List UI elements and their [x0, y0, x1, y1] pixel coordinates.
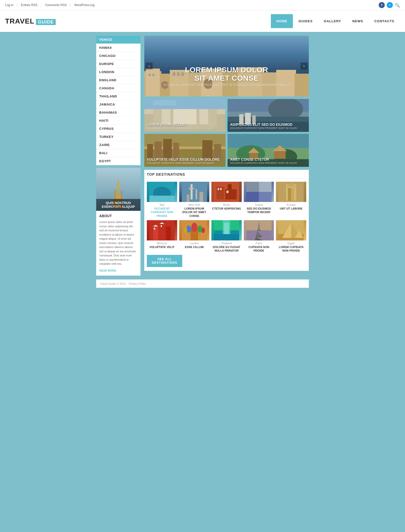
twitter-icon[interactable]: t	[387, 2, 393, 8]
grid-2x2: LOREM IPSUM DOLOR OCCAECAT CUPIDATAT NON…	[144, 99, 309, 167]
dest-city-paris: Paris	[244, 242, 274, 245]
svg-marker-0	[116, 177, 120, 189]
svg-rect-90	[153, 225, 158, 240]
logo-travel: TRAVEL	[5, 17, 34, 25]
dest-img-berlin	[211, 182, 242, 202]
privacy-link[interactable]: Privacy Policy	[129, 282, 146, 285]
login-link[interactable]: Log in	[5, 3, 13, 7]
sidebar-promo: QUIS NOSTRUD EXERCITATI ALIQUIP ABOUT Lo…	[96, 168, 140, 276]
sidebar-item-egypt[interactable]: EGYPT	[96, 157, 140, 165]
nav-home[interactable]: HOME	[271, 14, 293, 28]
svg-rect-68	[190, 184, 192, 199]
svg-rect-70	[195, 189, 197, 199]
sidebar-item-bahamas[interactable]: BAHAMAS	[96, 109, 140, 117]
grid-item-title-0: LOREM IPSUM DOLOR	[147, 122, 214, 127]
dest-city-newyork: New York	[179, 203, 210, 206]
dest-title-bali: OCCAECAT CUPIDATAT NON PROIDE	[147, 207, 177, 218]
wordpress-link[interactable]: WordPress.org	[74, 3, 95, 7]
svg-rect-96	[161, 225, 162, 227]
footer-text: Travel Guide © 2014	[100, 282, 126, 285]
svg-rect-95	[154, 228, 155, 230]
svg-point-101	[197, 226, 202, 233]
sidebar-item-jamaica[interactable]: JAMAICA	[96, 100, 140, 109]
read-more-link[interactable]: READ MORE	[99, 269, 116, 272]
dest-city-moscow: Moscow	[147, 242, 177, 245]
svg-rect-69	[189, 188, 194, 189]
hero-title-line1: LOREM IPSUM DOLOR	[144, 66, 309, 74]
svg-rect-88	[291, 188, 294, 201]
dest-city-europe: Europe	[276, 203, 306, 206]
dest-city-turkey: Turkey	[244, 203, 274, 206]
grid-item-3: AMET CONSE CTETUR OCCAECAT CUPIDATAT NON…	[228, 134, 309, 167]
dest-img-turkey	[244, 182, 274, 202]
about-title: ABOUT	[99, 214, 137, 218]
dest-thailand: Thailand DOLORE EU FUGIAT NULLA PARIATUR	[211, 220, 242, 253]
sidebar-item-chicago[interactable]: CHICAGO	[96, 52, 140, 60]
sidebar-item-thailand[interactable]: THAILAND	[96, 92, 140, 100]
dest-city-egypt: Egypt	[276, 242, 306, 245]
dest-city-bali: Bali	[147, 203, 177, 206]
svg-rect-83	[259, 192, 272, 202]
sidebar-item-zaire[interactable]: ZAIRE	[96, 141, 140, 149]
nav-contacts[interactable]: CONTACTS	[369, 14, 400, 28]
sidebar-item-bali[interactable]: BALI	[96, 149, 140, 157]
see-all-button[interactable]: SEE ALL DESTINATIONS	[147, 255, 182, 267]
grid-item-title-1: ADIPISICING ELIT SED DO EIUSMOD	[230, 122, 297, 127]
sidebar: VENICE HAWAII CHICAGO EUROPE LONDON ENGL…	[96, 36, 140, 276]
sidebar-item-london[interactable]: LONDON	[96, 68, 140, 76]
grid-item-1: ADIPISICING ELIT SED DO EIUSMOD OCCAECAT…	[228, 99, 309, 132]
dest-title-turkey: SED DO EIUSMOD TEMPOR INCIDID	[244, 207, 274, 214]
nav-gallery[interactable]: GALLERY	[318, 14, 347, 28]
header: TRAVELGUIDE HOME GUIDES GALLERY NEWS CON…	[0, 10, 405, 32]
footer: Travel Guide © 2014 Privacy Policy	[96, 279, 309, 288]
facebook-icon[interactable]: f	[379, 2, 385, 8]
sidebar-item-turkey[interactable]: TURKEY	[96, 133, 140, 141]
nav-news[interactable]: NEWS	[347, 14, 369, 28]
svg-rect-80	[246, 182, 259, 192]
top-destinations-title: TOP DESTINATIONS	[147, 172, 306, 179]
dest-bali: Bali OCCAECAT CUPIDATAT NON PROIDE	[147, 182, 177, 218]
main-wrapper: VENICE HAWAII CHICAGO EUROPE LONDON ENGL…	[96, 32, 309, 279]
search-button[interactable]: 🔍	[395, 3, 400, 8]
top-bar-links: Log in | Entries RSS | Comments RSS | Wo…	[5, 3, 97, 7]
dest-title-thailand: DOLORE EU FUGIAT NULLA PARIATUR	[211, 245, 242, 253]
dest-berlin: Berlin CTETUR ADIPISICING	[211, 182, 242, 218]
nav-guides[interactable]: GUIDES	[293, 14, 318, 28]
dest-img-london	[179, 220, 210, 240]
svg-rect-37	[153, 100, 176, 105]
sidebar-item-haiti[interactable]: HAITI	[96, 117, 140, 125]
dest-title-paris: CUPIDATA NON PROIDE	[244, 245, 274, 253]
grid-item-sub-2: OCCAECAT CUPIDATAT NON PROIDENT SUNT IN …	[147, 162, 220, 164]
sidebar-item-hawaii[interactable]: HAWAII	[96, 44, 140, 52]
hero-subtitle: OCCAECAT CUPIDATAT NON PROIDENT SUNT IN …	[144, 84, 309, 86]
comments-rss-link[interactable]: Comments RSS	[45, 3, 67, 7]
sidebar-item-cyprus[interactable]: CYPRUS	[96, 125, 140, 133]
dest-img-moscow	[147, 220, 177, 240]
dest-paris: Paris CUPIDATA NON PROIDE	[244, 220, 274, 253]
grid-item-title-3: AMET CONSE CTETUR	[230, 157, 297, 162]
svg-rect-87	[288, 188, 291, 201]
sidebar-item-england[interactable]: ENGLAND	[96, 76, 140, 84]
top-destinations-section: TOP DESTINATIONS Bali OCCAECAT CUPIDATAT…	[144, 170, 309, 271]
dest-img-bali	[147, 182, 177, 202]
grid-item-sub-3: OCCAECAT CUPIDATAT NON PROIDENT SUNT IN …	[230, 162, 297, 164]
svg-rect-50	[154, 141, 162, 159]
svg-rect-8	[114, 190, 116, 199]
svg-point-99	[191, 223, 197, 232]
svg-rect-9	[121, 190, 122, 199]
hero-text: LOREM IPSUM DOLOR SIT AMET CONSE OCCAECA…	[144, 66, 309, 86]
about-section: ABOUT Lorem ipsum dolor sit amet conse c…	[96, 211, 140, 276]
svg-rect-72	[199, 192, 203, 202]
sidebar-item-venice[interactable]: VENICE	[96, 36, 140, 44]
svg-rect-81	[259, 182, 272, 192]
grid-item-sub-0: OCCAECAT CUPIDATAT NON PROIDENT SUNT IN …	[147, 127, 214, 129]
sidebar-menu: VENICE HAWAII CHICAGO EUROPE LONDON ENGL…	[96, 36, 140, 165]
dest-img-newyork	[179, 182, 210, 202]
svg-rect-76	[228, 184, 232, 189]
sidebar-item-europe[interactable]: EUROPE	[96, 60, 140, 68]
dest-egypt: Egypt LOREM CUPIDATA NON PROIDE	[276, 220, 306, 253]
grid-item-2: VOLUPTATE VELIT ESSE CILLUM DOLORE OCCAE…	[144, 134, 226, 167]
sidebar-item-canada[interactable]: CANADA	[96, 84, 140, 92]
entries-rss-link[interactable]: Entries RSS	[21, 3, 37, 7]
main-nav: HOME GUIDES GALLERY NEWS CONTACTS	[271, 14, 400, 28]
